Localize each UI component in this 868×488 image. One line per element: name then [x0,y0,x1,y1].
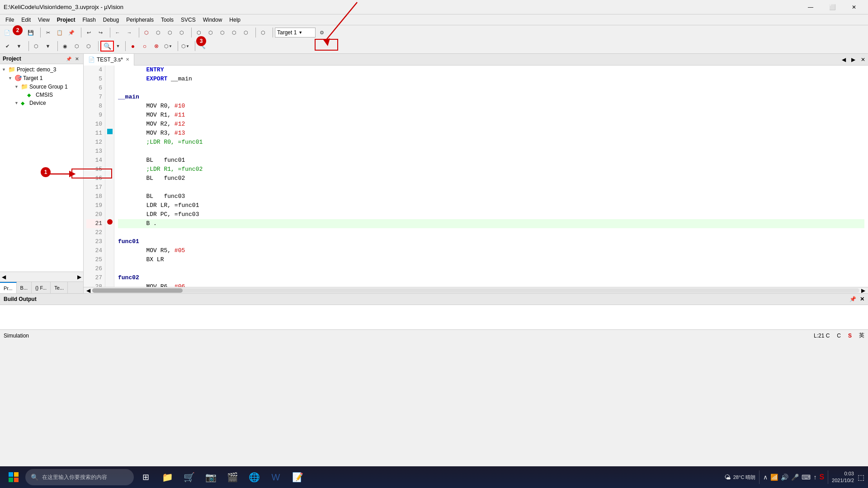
tb-r2-4[interactable]: ▼ [42,41,53,52]
editor-tabs: 📄 TEST_3.s* ✕ ◀ ▶ ✕ [84,54,868,66]
menu-view[interactable]: View [34,16,53,24]
menu-peripherals[interactable]: Peripherals [123,16,157,24]
search-text: 在这里输入你要搜索的内容 [42,474,107,481]
tb-paste[interactable]: 📌 [66,27,77,38]
tab-templates[interactable]: Te... [51,282,68,293]
code-line: EXPORT __main [118,75,864,84]
toolbar-sep7 [270,28,273,38]
tree-device[interactable]: ▼ ◆ Device [0,99,83,107]
tab-scroll-right[interactable]: ▶ [849,56,858,63]
tb-magnifier-dropdown[interactable]: ▼ [115,41,121,52]
tb-magnifier[interactable]: 🔍 [100,41,114,52]
editor-tab-test3s[interactable]: 📄 TEST_3.s* ✕ [84,54,134,66]
scroll-track[interactable] [92,288,859,293]
tb-window[interactable]: ⬡▼ [180,41,191,52]
start-button[interactable] [4,467,24,487]
taskbar-store[interactable]: 🛒 [179,467,199,487]
taskbar-word[interactable]: W [266,467,286,487]
tb-r2-1[interactable]: ✔ [2,41,13,52]
tb-build-all[interactable]: ⬡ [153,27,164,38]
tb-new[interactable]: 📄 [2,27,13,38]
taskbar-photos[interactable]: 📷 [201,467,221,487]
taskbar-media[interactable]: 🎬 [222,467,242,487]
shushuang-icon[interactable]: S [819,473,824,481]
scroll-thumb[interactable] [92,288,183,293]
tb-nav-fwd[interactable]: → [124,27,135,38]
tab-functions[interactable]: {} F... [32,282,51,293]
build-output-close[interactable]: ✕ [860,296,864,302]
scroll-left-btn[interactable]: ◀ [85,287,92,294]
wifi-icon[interactable]: 📶 [770,474,778,481]
tb-target-opts[interactable]: ⚙ [316,27,327,38]
close-button[interactable]: ✕ [844,0,864,14]
menu-debug[interactable]: Debug [99,16,123,24]
tb-bp-circle[interactable]: ○ [139,41,150,52]
tb-dbg3[interactable]: ⬡ [217,27,228,38]
tab-scroll-left[interactable]: ◀ [839,56,849,63]
tb-r2-3[interactable]: ⬡ [31,41,42,52]
scroll-right-btn[interactable]: ▶ [859,287,867,294]
tree-project[interactable]: ▼ 📁 Project: demo_3 [0,65,83,74]
taskbar-edge[interactable]: 🌐 [244,467,264,487]
tb-nav-back[interactable]: ← [112,27,123,38]
tb-redo[interactable]: ↪ [95,27,106,38]
tb-stop[interactable]: ⬡ [176,27,187,38]
tab-project[interactable]: Pr... [0,282,17,293]
minimize-button[interactable]: — [800,0,821,14]
taskbar-notes[interactable]: 📝 [288,467,307,487]
build-output-pin[interactable]: 📌 [849,296,856,302]
menu-flash[interactable]: Flash [79,16,99,24]
tab-close-all[interactable]: ✕ [858,56,868,63]
menu-file[interactable]: File [2,16,18,24]
code-hscroll[interactable]: ◀ ▶ [84,287,868,293]
tb-cut[interactable]: ✂ [42,27,53,38]
tb-translate[interactable]: ⬡ [165,27,175,38]
menu-svcs[interactable]: SVCS [177,16,199,24]
taskbar-explorer[interactable]: 📁 [157,467,177,487]
menu-window[interactable]: Window [199,16,226,24]
tab-close-button[interactable]: ✕ [126,57,129,62]
panel-scroll-left[interactable]: ◀ [2,274,6,280]
tb-bp-red[interactable]: ● [127,41,138,52]
tb-save[interactable]: 💾 [25,27,36,38]
upload-icon[interactable]: ↑ [813,474,816,481]
notification-button[interactable]: ⬚ [858,473,864,482]
clock[interactable]: 0:03 2021/10/2 [832,470,854,484]
tb-build[interactable]: ⬡ [141,27,152,38]
panel-close[interactable]: ✕ [73,55,80,62]
tb-dbg5[interactable]: ⬡ [241,27,251,38]
menu-tools[interactable]: Tools [157,16,177,24]
tree-target[interactable]: ▼ 🎯 Target 1 [0,74,83,82]
code-scroll-area[interactable]: 4 5 6 7 8 9 10 11 12 13 14 15 16 17 18 1… [84,66,868,287]
menu-help[interactable]: Help [226,16,244,24]
tb-bp-x[interactable]: ⊗ [151,41,162,52]
panel-pin[interactable]: 📌 [65,55,72,62]
code-line: MOV R1, #11 [118,111,864,120]
tab-books[interactable]: B... [17,282,32,293]
tb-dbg4[interactable]: ⬡ [229,27,240,38]
taskbar-search[interactable]: 🔍 在这里输入你要搜索的内容 [25,469,134,485]
tb-undo[interactable]: ↩ [83,27,94,38]
tb-r2-5[interactable]: ◉ [60,41,71,52]
tb-r2-7[interactable]: ⬡ [83,41,94,52]
tb-bp-options[interactable]: ⬡▼ [163,41,174,52]
volume-icon[interactable]: 🔊 [781,474,788,481]
task-view-button[interactable]: ⊞ [136,467,156,487]
menu-project[interactable]: Project [53,16,79,24]
mic-icon[interactable]: 🎤 [791,474,799,481]
maximize-button[interactable]: ⬜ [822,0,843,14]
tb-dbg2[interactable]: ⬡ [205,27,216,38]
tray-sep [759,470,760,484]
tb-r2-6[interactable]: ⬡ [71,41,82,52]
tb-r2-2[interactable]: ▼ [14,41,24,52]
tree-cmsis[interactable]: ◆ CMSIS [0,91,83,99]
target-dropdown[interactable]: Target 1 ▼ [275,28,316,38]
menu-edit[interactable]: Edit [18,16,34,24]
title-text: E:\KeliCode\uVision\demo_3.uvprojx - µVi… [4,4,123,10]
tree-source-group[interactable]: ▼ 📁 Source Group 1 [0,82,83,91]
keyboard-icon[interactable]: ⌨ [802,474,811,481]
panel-scroll-right[interactable]: ▶ [77,274,81,280]
tb-extra1[interactable]: ⬡ [258,27,269,38]
up-arrow-icon[interactable]: ∧ [763,474,768,481]
tb-copy[interactable]: 📋 [54,27,65,38]
